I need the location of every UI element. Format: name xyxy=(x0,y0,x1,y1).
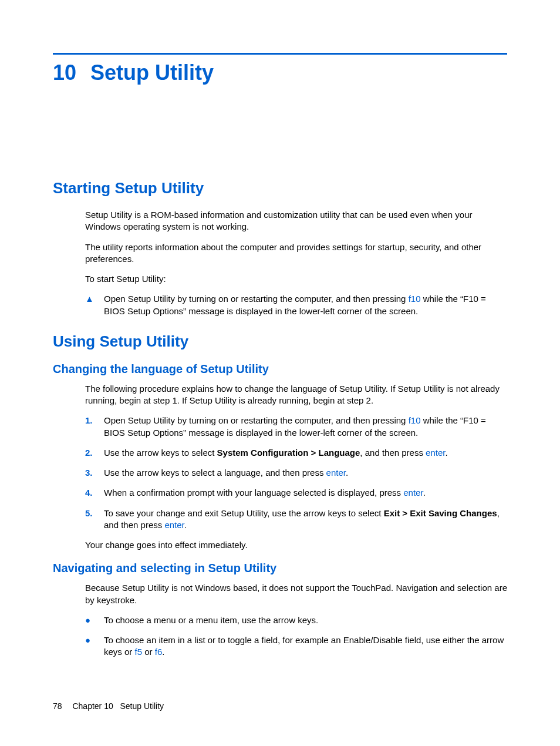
footer-title: Setup Utility xyxy=(120,701,164,711)
text-fragment: Use the arrow keys to select xyxy=(104,448,217,458)
bullet-icon: ● xyxy=(85,614,104,626)
chapter-number: 10 xyxy=(53,61,76,85)
key-f10: f10 xyxy=(409,294,421,304)
text-fragment: To save your change and exit Setup Utili… xyxy=(104,508,384,518)
step-4-text: When a confirmation prompt with your lan… xyxy=(104,487,507,499)
triangle-icon: ▲ xyxy=(85,293,104,317)
bold-path: System Configuration > Language xyxy=(217,448,360,458)
top-rule xyxy=(53,53,507,55)
text-fragment: . xyxy=(423,488,426,498)
key-enter: enter xyxy=(403,488,423,498)
nav-bullet-1: ● To choose a menu or a menu item, use t… xyxy=(85,614,507,626)
step-1: 1. Open Setup Utility by turning on or r… xyxy=(85,415,507,439)
section-starting-heading: Starting Setup Utility xyxy=(53,179,507,197)
starting-p2: The utility reports information about th… xyxy=(85,241,507,266)
key-enter: enter xyxy=(326,468,346,478)
step-number: 3. xyxy=(85,467,104,479)
step-2-text: Use the arrow keys to select System Conf… xyxy=(104,447,507,459)
starting-bullet: ▲ Open Setup Utility by turning on or re… xyxy=(85,293,507,317)
step-4: 4. When a confirmation prompt with your … xyxy=(85,487,507,499)
page-number: 78 xyxy=(53,701,62,711)
step-number: 2. xyxy=(85,447,104,459)
chapter-title: 10Setup Utility xyxy=(53,61,507,85)
starting-p3: To start Setup Utility: xyxy=(85,273,507,285)
step-1-text: Open Setup Utility by turning on or rest… xyxy=(104,415,507,439)
bullet-icon: ● xyxy=(85,634,104,658)
page-footer: 78 Chapter 10 Setup Utility xyxy=(53,701,164,711)
key-f6: f6 xyxy=(155,647,163,657)
text-fragment: Open Setup Utility by turning on or rest… xyxy=(104,294,409,304)
text-fragment: or xyxy=(142,647,155,657)
step-5: 5. To save your change and exit Setup Ut… xyxy=(85,508,507,532)
text-fragment: , and then press xyxy=(360,448,426,458)
text-fragment: When a confirmation prompt with your lan… xyxy=(104,488,403,498)
nav-bullet-2-text: To choose an item in a list or to toggle… xyxy=(104,634,507,658)
step-2: 2. Use the arrow keys to select System C… xyxy=(85,447,507,459)
language-outro: Your change goes into effect immediately… xyxy=(85,539,507,551)
bold-path: Exit > Exit Saving Changes xyxy=(384,508,497,518)
step-number: 5. xyxy=(85,508,104,532)
step-number: 1. xyxy=(85,415,104,439)
navigating-intro: Because Setup Utility is not Windows bas… xyxy=(85,582,507,606)
text-fragment: Use the arrow keys to select a language,… xyxy=(104,468,326,478)
text-fragment: . xyxy=(162,647,164,657)
step-3-text: Use the arrow keys to select a language,… xyxy=(104,467,507,479)
chapter-name: Setup Utility xyxy=(90,61,214,85)
subsection-navigating-heading: Navigating and selecting in Setup Utilit… xyxy=(53,562,507,575)
footer-chapter: Chapter 10 xyxy=(72,701,113,711)
text-fragment: . xyxy=(445,448,447,458)
nav-bullet-1-text: To choose a menu or a menu item, use the… xyxy=(104,614,507,626)
language-intro: The following procedure explains how to … xyxy=(85,383,507,407)
key-enter: enter xyxy=(164,520,184,530)
starting-bullet-text: Open Setup Utility by turning on or rest… xyxy=(104,293,507,317)
key-f10: f10 xyxy=(409,415,421,425)
step-3: 3. Use the arrow keys to select a langua… xyxy=(85,467,507,479)
key-enter: enter xyxy=(426,448,445,458)
text-fragment: . xyxy=(184,520,187,530)
text-fragment: . xyxy=(346,468,348,478)
text-fragment: Open Setup Utility by turning on or rest… xyxy=(104,415,409,425)
subsection-language-heading: Changing the language of Setup Utility xyxy=(53,362,507,376)
section-using-heading: Using Setup Utility xyxy=(53,332,507,351)
step-number: 4. xyxy=(85,487,104,499)
step-5-text: To save your change and exit Setup Utili… xyxy=(104,508,507,532)
nav-bullet-2: ● To choose an item in a list or to togg… xyxy=(85,634,507,658)
starting-p1: Setup Utility is a ROM-based information… xyxy=(85,209,507,233)
key-f5: f5 xyxy=(135,647,143,657)
